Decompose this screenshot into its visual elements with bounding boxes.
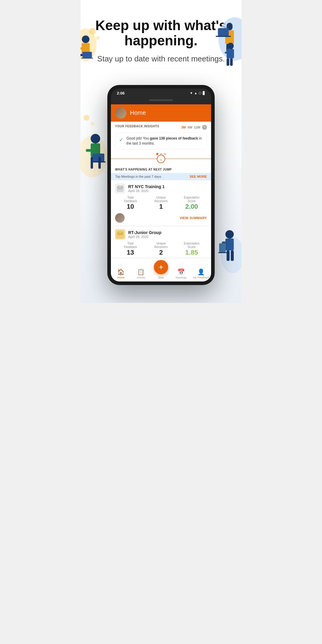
nav-item-meetings[interactable]: 📅 Meetings [171,268,191,279]
collapse-arrow-icon[interactable]: ⌄ [157,155,165,163]
time-filter-6m[interactable]: 6M [188,126,192,129]
time-filter-3m[interactable]: 3M [181,126,186,129]
svg-point-24 [83,115,89,121]
stat-unique-receivers-2: UniqueReceivers 2 [146,242,177,256]
meetings-header: Top Meetings in the past 7 days SEE MORE [111,173,211,180]
meeting-item-1: RT NYC Training 1 April 28, 2020 TotalFe… [111,180,211,226]
meeting-2-name: RT-Junior Group [128,230,161,235]
stat-label-score-2: ExpectationScore [176,242,207,249]
svg-rect-31 [91,157,93,169]
svg-rect-47 [121,188,122,189]
svg-rect-28 [86,149,91,152]
give-button[interactable]: + [154,260,168,274]
nav-label-give: Give [158,276,164,279]
stat-value-unique-1: 1 [146,203,177,210]
svg-rect-43 [118,185,119,187]
nav-item-activity[interactable]: 📋 Activity [131,268,151,279]
stat-value-unique-2: 2 [146,249,177,256]
dot-1[interactable] [156,153,158,155]
nav-label-home: Home [117,276,125,279]
stat-value-total-2: 13 [115,249,146,256]
svg-rect-51 [121,231,122,233]
stat-expectation-score-2: ExpectationScore 1.85 [176,242,207,256]
nav-item-my-feedback[interactable]: 👤 My Feedback [191,268,211,279]
deco-illustration-left [80,22,107,67]
svg-rect-45 [118,188,119,189]
svg-point-10 [89,28,96,35]
meetings-icon: 📅 [177,268,185,275]
meeting-1-icon [115,183,125,193]
svg-point-34 [225,230,234,239]
calendar-icon-gray [117,185,123,192]
svg-rect-19 [227,49,234,58]
time-filters: 3M 6M 12M ? [181,125,207,130]
svg-rect-15 [82,52,92,58]
stat-label-total-1: TotalFeedback [115,196,146,203]
bg-person-right [212,225,242,279]
phone-camera-area [111,97,211,104]
meeting-2-info: RT-Junior Group April 28, 2020 [128,230,161,239]
stat-total-feedback-2: TotalFeedback 13 [115,242,146,256]
svg-rect-37 [227,250,230,261]
stat-total-feedback-1: TotalFeedback 10 [115,196,146,210]
svg-rect-8 [216,36,231,37]
status-bar: 2:06 ▼▲⬡▊ [111,89,211,97]
svg-rect-38 [231,250,234,261]
hero-section: Keep up with what's happening. Stay up t… [80,0,242,85]
nav-label-meetings: Meetings [176,276,187,279]
meeting-1-avatar [115,213,125,223]
svg-rect-17 [80,54,83,56]
stat-value-score-1: 2.00 [176,203,207,210]
stat-value-score-2: 1.85 [176,249,207,256]
stat-label-score-1: ExpectationScore [176,196,207,203]
svg-point-26 [91,134,100,143]
svg-rect-39 [219,243,226,252]
svg-rect-53 [120,234,121,235]
svg-rect-40 [218,252,227,253]
svg-rect-7 [218,28,229,36]
nav-item-home[interactable]: 🏠 Home [111,268,131,279]
stat-unique-receivers-1: UniqueReceivers 1 [146,196,177,210]
svg-point-25 [91,122,94,126]
meeting-1-date: April 28, 2020 [128,189,165,193]
nav-item-give[interactable]: + Give [151,260,171,279]
meeting-1-name: RT NYC Training 1 [128,184,165,189]
status-time: 2:06 [117,91,125,95]
svg-rect-32 [98,157,101,169]
phone-speaker [149,99,173,101]
stat-label-unique-2: UniqueReceivers [146,242,177,249]
dot-3[interactable] [164,153,166,155]
view-summary-button-1[interactable]: VIEW SUMMARY [180,216,207,220]
svg-point-12 [82,35,89,43]
meeting-2-header: RT-Junior Group April 28, 2020 [115,229,207,239]
meeting-2-stats: TotalFeedback 13 UniqueReceivers 2 Expec… [115,239,207,258]
meeting-2-date: April 28, 2020 [128,235,161,239]
stat-label-unique-1: UniqueReceivers [146,196,177,203]
svg-rect-20 [225,52,228,53]
svg-rect-44 [121,185,122,187]
svg-rect-46 [120,188,121,189]
insight-text: Good job! You gave 136 pieces of feedbac… [126,136,203,146]
meeting-item-2: RT-Junior Group April 28, 2020 TotalFeed… [111,226,211,258]
time-filter-12m[interactable]: 12M [194,126,200,129]
whats-happening-title: WHAT'S HAPPENING AT NEXT JUMP [111,165,211,171]
avatar [115,107,126,119]
insight-card: ✓ Good job! You gave 136 pieces of feedb… [115,133,207,149]
svg-rect-54 [121,234,122,235]
meetings-header-text: Top Meetings in the past 7 days [115,175,161,178]
svg-point-18 [227,43,234,49]
meeting-1-info: RT NYC Training 1 April 28, 2020 [128,184,165,193]
calendar-icon-gold [117,231,123,238]
help-icon[interactable]: ? [202,125,207,130]
phone-screen: Home YOUR FEEDBACK INSIGHTS 3M 6M 12M ? … [111,104,211,281]
collapse-divider[interactable]: ⌄ [111,159,211,163]
meeting-1-bottom: VIEW SUMMARY [115,212,207,226]
feedback-insights-title: YOUR FEEDBACK INSIGHTS [115,125,159,128]
svg-rect-4 [230,33,234,35]
svg-rect-22 [227,58,229,66]
meeting-1-stats: TotalFeedback 10 UniqueReceivers 1 Expec… [115,193,207,212]
svg-rect-16 [81,58,93,59]
stat-value-total-1: 10 [115,203,146,210]
see-more-button[interactable]: SEE MORE [190,175,207,178]
svg-rect-52 [118,234,119,235]
